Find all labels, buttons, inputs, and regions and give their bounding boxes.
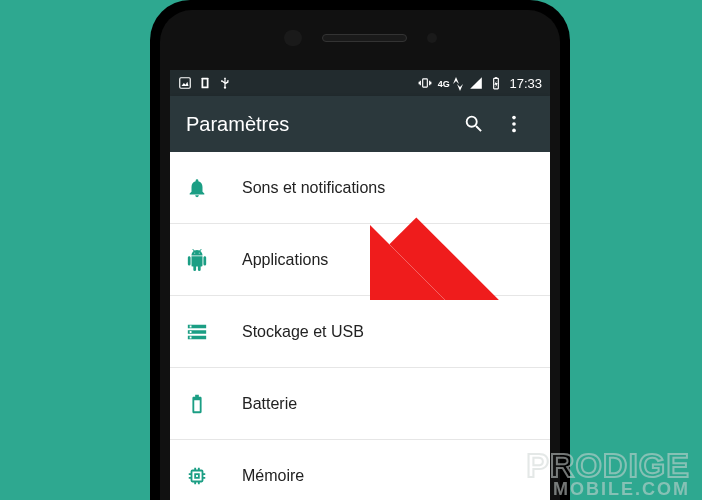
- svg-rect-4: [422, 79, 427, 87]
- sim-notification-icon: [198, 76, 212, 90]
- phone-speaker-area: [160, 10, 560, 65]
- settings-item-memory[interactable]: Mémoire: [170, 440, 550, 500]
- battery-charging-icon: [489, 76, 503, 90]
- more-vert-icon: [503, 113, 525, 135]
- svg-point-9: [512, 122, 516, 126]
- storage-icon: [186, 321, 226, 343]
- overflow-menu-button[interactable]: [494, 104, 534, 144]
- svg-rect-0: [180, 78, 191, 89]
- settings-item-battery[interactable]: Batterie: [170, 368, 550, 440]
- network-type-label: 4G: [438, 75, 464, 91]
- bell-icon: [186, 177, 226, 199]
- battery-icon: [186, 393, 226, 415]
- settings-item-storage-usb[interactable]: Stockage et USB: [170, 296, 550, 368]
- settings-item-label: Mémoire: [242, 467, 304, 485]
- settings-item-label: Sons et notifications: [242, 179, 385, 197]
- earpiece-speaker: [322, 34, 407, 42]
- memory-icon: [186, 465, 226, 487]
- android-icon: [186, 249, 226, 271]
- svg-rect-6: [495, 77, 497, 78]
- settings-item-label: Stockage et USB: [242, 323, 364, 341]
- proximity-sensor: [427, 33, 437, 43]
- svg-marker-7: [495, 81, 499, 88]
- settings-list: Sons et notifications Applications Stock…: [170, 152, 550, 500]
- status-bar: 4G 17:33: [170, 70, 550, 96]
- signal-icon: [469, 76, 483, 90]
- svg-point-10: [512, 129, 516, 133]
- usb-notification-icon: [218, 76, 232, 90]
- vibrate-icon: [418, 76, 432, 90]
- svg-marker-1: [182, 82, 189, 86]
- phone-frame: 4G 17:33 Paramètres: [150, 0, 570, 500]
- svg-rect-3: [203, 80, 207, 87]
- settings-item-label: Applications: [242, 251, 328, 269]
- app-bar: Paramètres: [170, 96, 550, 152]
- search-icon: [463, 113, 485, 135]
- settings-item-applications[interactable]: Applications: [170, 224, 550, 296]
- image-notification-icon: [178, 76, 192, 90]
- settings-item-sounds-notifications[interactable]: Sons et notifications: [170, 152, 550, 224]
- search-button[interactable]: [454, 104, 494, 144]
- settings-item-label: Batterie: [242, 395, 297, 413]
- front-camera: [284, 30, 302, 46]
- phone-bezel: 4G 17:33 Paramètres: [160, 10, 560, 500]
- app-bar-title: Paramètres: [186, 113, 454, 136]
- phone-screen: 4G 17:33 Paramètres: [170, 70, 550, 500]
- svg-point-8: [512, 116, 516, 120]
- status-bar-clock: 17:33: [509, 76, 542, 91]
